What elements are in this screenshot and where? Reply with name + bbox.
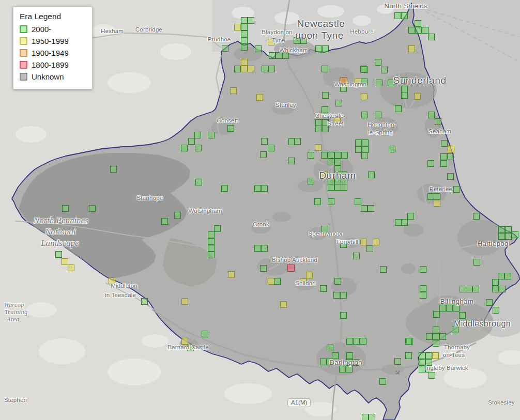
era-square-g[interactable] xyxy=(407,213,414,220)
era-square-g[interactable] xyxy=(504,273,511,279)
era-square-g[interactable] xyxy=(446,305,453,312)
era-square-g[interactable] xyxy=(379,378,386,385)
era-square-g[interactable] xyxy=(260,151,267,158)
era-square-y[interactable] xyxy=(241,59,248,66)
era-square-y[interactable] xyxy=(432,352,439,359)
era-square-g[interactable] xyxy=(248,17,254,24)
era-square-g[interactable] xyxy=(208,238,215,245)
era-square-g[interactable] xyxy=(394,12,401,19)
era-square-g[interactable] xyxy=(261,245,268,252)
era-square-g[interactable] xyxy=(362,139,369,146)
era-square-g[interactable] xyxy=(415,27,422,34)
era-square-g[interactable] xyxy=(181,145,188,151)
era-square-g[interactable] xyxy=(321,152,328,159)
era-square-y[interactable] xyxy=(361,94,368,100)
era-square-g[interactable] xyxy=(294,138,301,145)
era-square-g[interactable] xyxy=(322,66,328,72)
era-square-g[interactable] xyxy=(269,52,276,59)
era-square-g[interactable] xyxy=(447,153,454,160)
era-square-g[interactable] xyxy=(401,92,408,99)
era-square-g[interactable] xyxy=(254,185,261,192)
era-square-g[interactable] xyxy=(327,345,333,351)
era-square-g[interactable] xyxy=(315,45,322,52)
era-square-g[interactable] xyxy=(255,45,262,52)
era-square-g[interactable] xyxy=(361,152,368,159)
era-square-y[interactable] xyxy=(181,298,188,305)
era-square-g[interactable] xyxy=(395,105,402,112)
era-square-g[interactable] xyxy=(221,185,228,192)
era-square-g[interactable] xyxy=(353,338,360,345)
era-square-g[interactable] xyxy=(334,278,341,285)
era-square-g[interactable] xyxy=(433,333,439,340)
era-square-y[interactable] xyxy=(248,66,254,72)
era-square-g[interactable] xyxy=(110,166,117,173)
era-square-y[interactable] xyxy=(241,66,248,72)
era-square-g[interactable] xyxy=(268,66,275,72)
era-square-g[interactable] xyxy=(208,252,215,258)
era-square-y[interactable] xyxy=(230,87,237,94)
era-square-y[interactable] xyxy=(306,272,313,278)
era-square-g[interactable] xyxy=(208,245,215,252)
era-square-g[interactable] xyxy=(362,414,369,420)
era-square-g[interactable] xyxy=(320,359,327,365)
era-square-g[interactable] xyxy=(55,251,62,258)
era-square-g[interactable] xyxy=(425,352,432,359)
era-square-g[interactable] xyxy=(440,160,447,167)
era-square-g[interactable] xyxy=(333,292,340,299)
era-square-g[interactable] xyxy=(262,66,268,72)
era-square-g[interactable] xyxy=(328,152,334,159)
era-square-g[interactable] xyxy=(366,245,373,252)
era-square-g[interactable] xyxy=(174,212,181,219)
era-square-g[interactable] xyxy=(141,298,148,305)
era-square-g[interactable] xyxy=(369,414,375,420)
era-square-g[interactable] xyxy=(241,17,248,24)
era-square-g[interactable] xyxy=(274,278,281,285)
era-square-g[interactable] xyxy=(427,160,434,167)
era-square-g[interactable] xyxy=(498,233,505,240)
era-square-g[interactable] xyxy=(493,307,499,314)
era-square-g[interactable] xyxy=(346,366,353,372)
era-square-g[interactable] xyxy=(498,226,505,233)
era-square-g[interactable] xyxy=(368,205,374,212)
era-square-g[interactable] xyxy=(202,331,208,337)
era-square-g[interactable] xyxy=(375,112,381,118)
era-square-g[interactable] xyxy=(208,231,215,238)
era-square-g[interactable] xyxy=(195,179,202,185)
era-square-g[interactable] xyxy=(389,146,395,152)
era-square-g[interactable] xyxy=(360,338,366,345)
era-square-g[interactable] xyxy=(227,125,234,132)
era-square-g[interactable] xyxy=(435,118,441,125)
era-square-g[interactable] xyxy=(440,153,447,160)
era-square-g[interactable] xyxy=(420,285,426,292)
era-square-y[interactable] xyxy=(256,94,263,101)
era-square-g[interactable] xyxy=(288,158,295,164)
era-square-g[interactable] xyxy=(375,59,381,66)
era-square-g[interactable] xyxy=(328,159,334,165)
era-square-y[interactable] xyxy=(414,93,421,100)
era-square-g[interactable] xyxy=(426,333,433,340)
era-square-g[interactable] xyxy=(334,152,341,159)
era-square-g[interactable] xyxy=(434,193,440,200)
era-square-g[interactable] xyxy=(261,185,268,192)
era-square-y[interactable] xyxy=(434,200,440,207)
era-square-r[interactable] xyxy=(287,265,295,272)
era-square-g[interactable] xyxy=(401,12,408,19)
era-square-g[interactable] xyxy=(492,279,499,286)
era-square-g[interactable] xyxy=(308,152,314,159)
era-square-g[interactable] xyxy=(195,145,202,151)
era-square-g[interactable] xyxy=(346,338,353,345)
era-square-g[interactable] xyxy=(486,299,493,306)
era-square-g[interactable] xyxy=(441,140,448,147)
era-square-g[interactable] xyxy=(420,292,426,299)
era-square-g[interactable] xyxy=(492,286,499,292)
era-square-g[interactable] xyxy=(214,225,221,232)
era-square-g[interactable] xyxy=(376,80,383,86)
era-square-g[interactable] xyxy=(428,34,435,40)
era-square-y[interactable] xyxy=(228,271,235,278)
era-square-g[interactable] xyxy=(447,173,454,180)
era-square-g[interactable] xyxy=(499,286,506,292)
era-square-g[interactable] xyxy=(222,45,228,52)
era-square-g[interactable] xyxy=(505,226,512,233)
era-square-y[interactable] xyxy=(68,265,74,271)
era-square-g[interactable] xyxy=(334,159,341,165)
